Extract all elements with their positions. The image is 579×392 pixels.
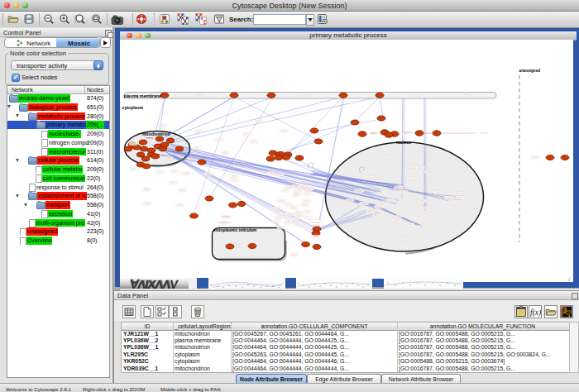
svg-text:plasma membrane: plasma membrane [124,93,162,98]
svg-text:endoplasmic reticulum: endoplasmic reticulum [213,228,256,232]
svg-text:ⱯΛIXɅΛ: ⱯΛIXɅΛ [128,278,174,289]
svg-text:nucleus: nucleus [396,141,411,145]
svg-text:f(x): f(x) [530,308,541,318]
svg-text:mitochondrion: mitochondrion [142,132,170,136]
svg-text:unassigned: unassigned [519,69,541,73]
svg-text:cytoplasm: cytoplasm [122,105,144,110]
